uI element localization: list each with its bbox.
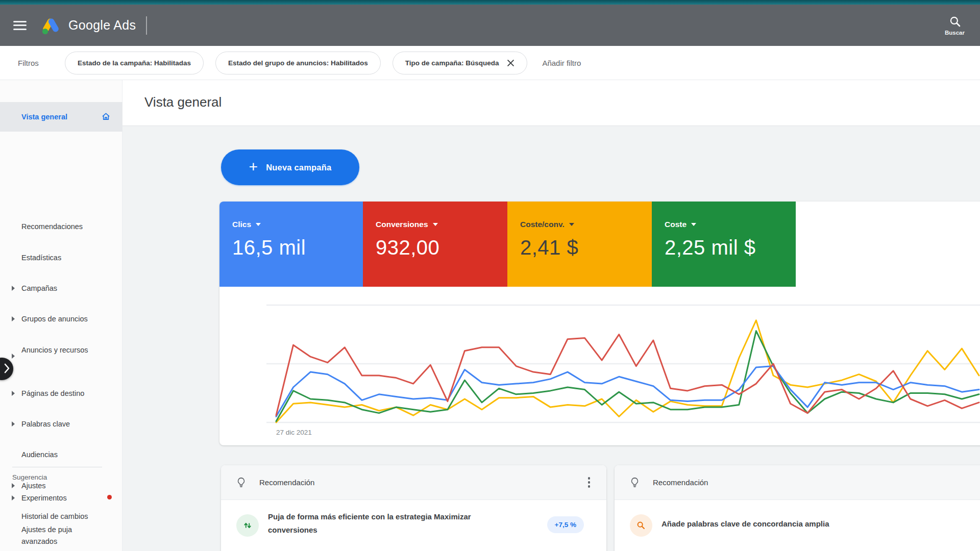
sidebar-item-label: Páginas de destino — [21, 388, 102, 399]
metric-strip: Clics 16,5 mil Conversiones 932,00 Coste… — [219, 202, 980, 287]
app-title: Google Ads — [68, 18, 136, 33]
metric-value: 2,25 mil $ — [665, 236, 796, 259]
metric-label: Coste — [665, 220, 687, 229]
lightbulb-icon — [629, 477, 641, 488]
metric-card-coste-conv[interactable]: Coste/conv. 2,41 $ — [507, 202, 652, 287]
expand-arrow-icon — [12, 316, 15, 321]
search-icon — [948, 15, 962, 28]
bid-arrows-icon — [236, 514, 259, 537]
google-ads-logo — [40, 15, 61, 36]
filter-chip-label: Estado de la campaña: Habilitadas — [78, 59, 191, 67]
metric-value: 16,5 mil — [232, 236, 363, 259]
metric-value: 2,41 $ — [520, 236, 652, 259]
metric-card-conversiones[interactable]: Conversiones 932,00 — [363, 202, 507, 287]
recommendation-title: Añade palabras clave de concordancia amp… — [662, 517, 947, 531]
top-accent-strip — [0, 0, 980, 5]
search-button[interactable]: Buscar — [945, 15, 965, 36]
sidebar-item-label: Historial de cambios — [21, 511, 102, 522]
filter-chip-label: Estado del grupo de anuncios: Habilitado… — [228, 59, 368, 67]
expand-arrow-icon — [12, 354, 15, 359]
notification-dot — [107, 495, 112, 499]
filter-chip-adgroup-status[interactable]: Estado del grupo de anuncios: Habilitado… — [215, 52, 381, 74]
filter-chip-campaign-type[interactable]: Tipo de campaña: Búsqueda — [393, 52, 528, 74]
recommendation-card-bid-strategy: Recomendación Puja de forma más eficient… — [221, 465, 606, 551]
filter-chip-label: Tipo de campaña: Búsqueda — [405, 59, 499, 67]
metric-label: Coste/conv. — [520, 220, 565, 229]
performance-overview-card: Clics 16,5 mil Conversiones 932,00 Coste… — [219, 202, 980, 445]
recommendation-card-broad-match: Recomendación Añade palabras clave de co… — [615, 465, 980, 551]
close-icon[interactable] — [507, 59, 514, 67]
expand-arrow-icon — [12, 495, 15, 500]
sidebar-item-label: Recomendaciones — [21, 221, 102, 233]
trend-line-chart — [219, 298, 980, 446]
sidebar-item-label: Grupos de anuncios — [21, 313, 102, 325]
chart-line-coste-conv- — [276, 320, 979, 422]
kebab-menu-icon[interactable] — [586, 475, 593, 490]
sidebar-item-vista-general[interactable]: Vista general — [0, 102, 122, 132]
chevron-down-icon — [433, 223, 438, 226]
navigation-sidebar: Vista general Recomendaciones Estadístic… — [0, 80, 122, 551]
recommendation-header-label: Recomendación — [259, 478, 314, 487]
expand-arrow-icon — [12, 391, 15, 396]
metric-label: Conversiones — [376, 220, 428, 229]
new-campaign-label: Nueva campaña — [266, 163, 331, 172]
recommendation-header-label: Recomendación — [653, 478, 708, 487]
main-content: + Nueva campaña Clics 16,5 mil Conversio… — [122, 127, 980, 551]
sidebar-item-label: Anuncios y recursos — [21, 344, 102, 356]
page-header: Vista general — [122, 80, 980, 126]
home-icon — [101, 111, 111, 123]
page-title: Vista general — [144, 94, 222, 110]
menu-icon[interactable] — [13, 21, 27, 30]
metric-card-clics[interactable]: Clics 16,5 mil — [219, 202, 363, 287]
expand-arrow-icon — [12, 286, 15, 291]
lightbulb-icon — [235, 477, 247, 488]
topbar-divider — [146, 16, 147, 35]
sidebar-section-sugerencia: Sugerencia — [12, 473, 47, 481]
sidebar-item-label: Campañas — [21, 283, 102, 294]
add-filter-button[interactable]: Añadir filtro — [542, 59, 581, 67]
sidebar-item-label: Estadísticas — [21, 252, 102, 264]
sidebar-item-label: Palabras clave — [21, 418, 102, 430]
metric-label: Clics — [232, 220, 251, 229]
sidebar-divider — [12, 467, 102, 467]
new-campaign-button[interactable]: + Nueva campaña — [221, 149, 359, 185]
chevron-down-icon — [691, 223, 696, 226]
expand-arrow-icon — [12, 483, 15, 488]
filters-label: Filtros — [18, 59, 65, 67]
chevron-down-icon — [256, 223, 261, 226]
filter-chip-campaign-status[interactable]: Estado de la campaña: Habilitadas — [65, 52, 204, 74]
plus-icon: + — [249, 158, 258, 176]
sidebar-item-label: Experimentos — [21, 492, 102, 504]
recommendation-title: Puja de forma más eficiente con la estra… — [268, 510, 508, 537]
expand-arrow-icon — [12, 421, 15, 427]
sidebar-item-label: Ajustes — [21, 480, 102, 492]
filter-bar: Filtros Estado de la campaña: Habilitada… — [0, 46, 980, 80]
chart-line-conversiones — [276, 335, 979, 416]
metric-card-coste[interactable]: Coste 2,25 mil $ — [652, 202, 796, 287]
sidebar-item-label: Audiencias — [21, 449, 102, 461]
sidebar-item-label: Vista general — [21, 111, 102, 123]
top-app-bar: Google Ads Buscar — [0, 0, 980, 46]
search-label: Buscar — [945, 30, 965, 36]
chart-x-axis-start-label: 27 dic 2021 — [276, 429, 312, 436]
recommendation-header: Recomendación — [221, 465, 606, 500]
recommendation-header: Recomendación — [615, 465, 980, 500]
chevron-down-icon — [569, 223, 574, 226]
metric-value: 932,00 — [376, 236, 507, 259]
uplift-badge: +7,5 % — [547, 516, 584, 533]
sidebar-item-label: Ajustes de puja avanzados — [21, 524, 102, 547]
search-keyword-icon — [630, 514, 652, 537]
